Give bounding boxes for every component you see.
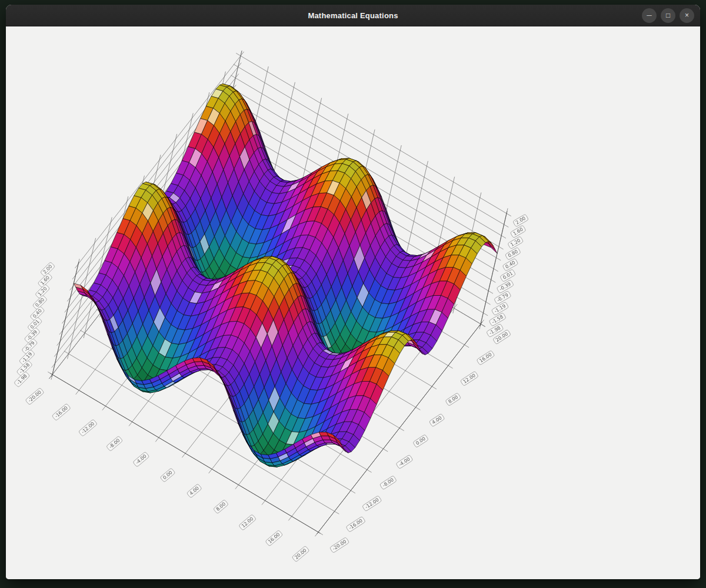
window-title: Mathematical Equations <box>308 11 398 20</box>
surface-plot-canvas[interactable] <box>6 26 700 579</box>
titlebar[interactable]: Mathematical Equations ─ □ × <box>6 5 700 26</box>
maximize-button-icon[interactable]: □ <box>661 8 675 23</box>
content-area: Surface ▼ Equation Dimensions Columns -2… <box>6 26 700 579</box>
window-controls: ─ □ × <box>642 5 694 26</box>
minimize-button-icon[interactable]: ─ <box>642 8 657 23</box>
app-window: Mathematical Equations ─ □ × Surface ▼ E… <box>6 5 700 579</box>
close-button-icon[interactable]: × <box>680 8 694 23</box>
